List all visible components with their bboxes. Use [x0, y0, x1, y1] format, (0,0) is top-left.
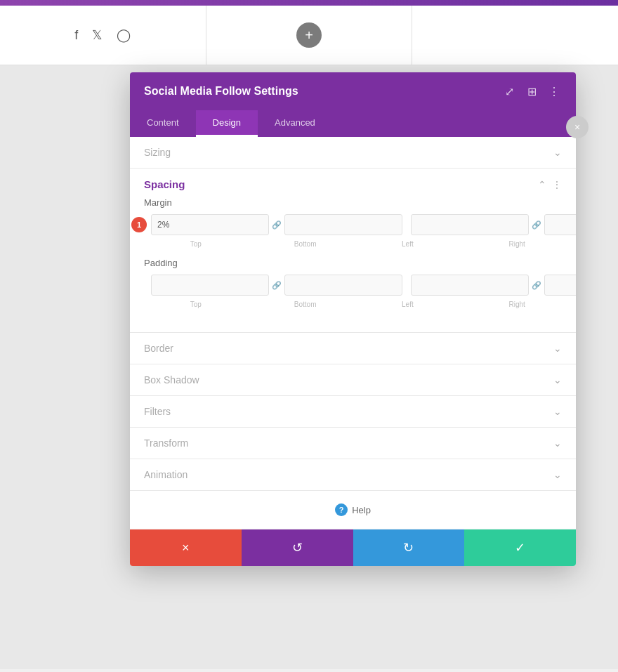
padding-bottom-input[interactable]	[284, 275, 402, 296]
padding-top-label: Top	[151, 301, 241, 308]
help-label: Help	[352, 505, 371, 515]
padding-link-icon-2[interactable]: 🔗	[532, 281, 541, 290]
columns-icon[interactable]: ⊞	[524, 84, 539, 99]
padding-left-label: Left	[363, 301, 453, 308]
sizing-section[interactable]: Sizing ⌄	[130, 137, 576, 169]
add-button[interactable]: +	[296, 22, 322, 48]
padding-spacer-2	[455, 299, 469, 308]
tab-advanced[interactable]: Advanced	[258, 110, 332, 137]
redo-icon: ↻	[403, 540, 414, 555]
tab-content[interactable]: Content	[130, 110, 196, 137]
padding-field-row: 🔗 🔗	[144, 274, 562, 296]
spacing-chevron-up[interactable]: ⌃	[538, 179, 546, 190]
spacing-title: Spacing	[144, 178, 185, 190]
page-background: Social Media Follow Settings ⤢ ⊞ ⋮ Conte…	[0, 65, 618, 669]
spacing-header: Spacing ⌃ ⋮	[144, 169, 562, 197]
margin-spacer-1	[244, 239, 258, 248]
margin-label: Margin	[144, 197, 562, 208]
facebook-icon: f	[74, 28, 78, 43]
margin-left-input[interactable]	[411, 214, 529, 235]
transform-section[interactable]: Transform ⌄	[130, 428, 576, 459]
transform-label: Transform	[144, 437, 188, 449]
padding-right-label: Right	[472, 301, 562, 308]
margin-left-right: 🔗	[411, 214, 576, 235]
tab-design[interactable]: Design	[196, 110, 258, 137]
margin-top-input[interactable]	[151, 214, 269, 235]
margin-top-bottom: 🔗	[151, 214, 402, 235]
more-icon[interactable]: ⋮	[546, 84, 562, 99]
empty-col	[412, 6, 618, 65]
margin-left-label: Left	[363, 240, 453, 248]
animation-chevron: ⌄	[553, 469, 562, 480]
number-badge: 1	[131, 217, 147, 232]
filters-label: Filters	[144, 406, 171, 417]
margin-link-icon-1[interactable]: 🔗	[272, 220, 282, 230]
margin-field-labels: Top Bottom Left Right	[144, 239, 562, 248]
social-icons-col: f 𝕏 ◯	[0, 6, 206, 65]
padding-left-right: 🔗	[411, 275, 576, 296]
padding-bottom-label: Bottom	[261, 301, 350, 308]
padding-top-bottom: 🔗	[151, 275, 402, 296]
spacing-header-icons: ⌃ ⋮	[538, 179, 562, 190]
filters-chevron: ⌄	[553, 406, 562, 417]
padding-label: Padding	[144, 258, 562, 268]
modal-header: Social Media Follow Settings ⤢ ⊞ ⋮	[130, 72, 576, 110]
box-shadow-section[interactable]: Box Shadow ⌄	[130, 364, 576, 396]
instagram-icon: ◯	[117, 27, 131, 43]
modal-footer: × ↺ ↻ ✓	[130, 529, 576, 566]
box-shadow-chevron: ⌄	[553, 374, 562, 386]
border-label: Border	[144, 343, 173, 354]
animation-section[interactable]: Animation ⌄	[130, 459, 576, 491]
divider-spacer	[355, 239, 359, 248]
transform-chevron: ⌄	[553, 437, 562, 449]
modal-header-icons: ⤢ ⊞ ⋮	[501, 84, 562, 99]
save-button[interactable]: ✓	[464, 529, 576, 566]
spacing-section: Spacing ⌃ ⋮ Margin 1 🔗	[130, 169, 576, 333]
modal-tabs: Content Design Advanced	[130, 110, 576, 137]
padding-top-input[interactable]	[151, 275, 269, 296]
modal-close-button[interactable]: ×	[566, 116, 589, 138]
animation-label: Animation	[144, 469, 188, 480]
margin-tb-labels: Top Bottom	[151, 239, 350, 248]
margin-top-label: Top	[151, 240, 241, 248]
modal-body: Sizing ⌄ Spacing ⌃ ⋮ Margin 1	[130, 137, 576, 529]
filters-section[interactable]: Filters ⌄	[130, 396, 576, 428]
save-icon: ✓	[515, 540, 525, 555]
cancel-button[interactable]: ×	[130, 529, 242, 566]
padding-left-input[interactable]	[411, 275, 529, 296]
sizing-label: Sizing	[144, 147, 171, 158]
margin-right-label: Right	[472, 240, 562, 248]
padding-lr-labels: Left Right	[363, 299, 563, 308]
margin-link-icon-2[interactable]: 🔗	[532, 220, 541, 230]
padding-field-labels: Top Bottom Left Right	[144, 299, 562, 308]
redo-button[interactable]: ↻	[353, 529, 465, 566]
padding-spacer-1	[244, 299, 258, 308]
add-col: +	[206, 6, 413, 65]
settings-modal: Social Media Follow Settings ⤢ ⊞ ⋮ Conte…	[130, 72, 576, 566]
top-bar	[0, 0, 618, 6]
margin-bottom-input[interactable]	[284, 214, 402, 235]
undo-button[interactable]: ↺	[242, 529, 353, 566]
cancel-icon: ×	[182, 541, 190, 555]
plus-icon: +	[305, 27, 313, 44]
builder-area: f 𝕏 ◯ +	[0, 6, 618, 65]
padding-link-icon-1[interactable]: 🔗	[272, 281, 282, 290]
margin-right-input[interactable]	[544, 214, 576, 235]
box-shadow-label: Box Shadow	[144, 374, 199, 386]
undo-icon: ↺	[292, 540, 303, 555]
padding-divider-spacer	[355, 299, 359, 308]
padding-right-input[interactable]	[544, 275, 576, 296]
twitter-icon: 𝕏	[92, 27, 103, 43]
margin-bottom-label: Bottom	[261, 240, 350, 248]
spacing-more-icon[interactable]: ⋮	[552, 179, 562, 190]
modal-title: Social Media Follow Settings	[144, 85, 298, 98]
margin-spacer-2	[455, 239, 469, 248]
help-row[interactable]: ? Help	[130, 491, 576, 529]
fullscreen-icon[interactable]: ⤢	[501, 84, 517, 99]
border-section[interactable]: Border ⌄	[130, 333, 576, 364]
modal-wrapper: Social Media Follow Settings ⤢ ⊞ ⋮ Conte…	[130, 72, 576, 566]
margin-lr-labels: Left Right	[363, 239, 563, 248]
help-icon: ?	[335, 503, 348, 516]
margin-field-row: 1 🔗 🔗	[144, 213, 562, 236]
sizing-chevron: ⌄	[553, 147, 562, 158]
